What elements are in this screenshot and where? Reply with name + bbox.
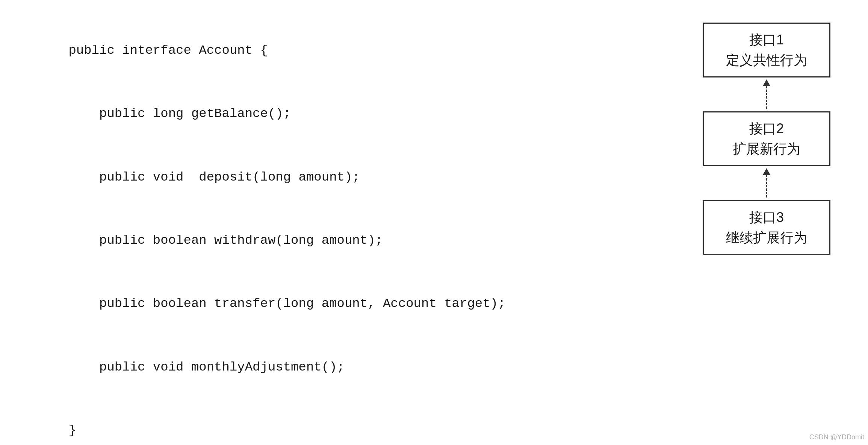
code-line-4: public boolean withdraw(long amount);	[68, 233, 383, 248]
main-container: public interface Account { public long g…	[23, 15, 845, 445]
code-section: public interface Account { public long g…	[23, 15, 658, 445]
diagram-box-1: 接口1 定义共性行为	[703, 23, 830, 77]
code-line-2: public long getBalance();	[68, 106, 291, 121]
diagram-box-1-line2: 定义共性行为	[726, 50, 807, 70]
diagram-section: 接口1 定义共性行为 接口2 扩展新行为 接口3 继续扩展行为	[688, 15, 845, 445]
diagram-box-3: 接口3 继续扩展行为	[703, 200, 830, 255]
code-line-7: }	[68, 423, 76, 437]
code-line-1: public interface Account {	[68, 43, 268, 58]
code-line-5: public boolean transfer(long amount, Acc…	[68, 296, 505, 311]
dashed-line-2	[766, 175, 767, 197]
code-line-3: public void deposit(long amount);	[68, 170, 360, 184]
arrowhead-1	[763, 79, 770, 86]
watermark: CSDN @YDDomit	[809, 433, 864, 441]
diagram-box-3-line2: 继续扩展行为	[726, 228, 807, 248]
arrow-2-3	[763, 166, 770, 200]
diagram-box-2-line1: 接口2	[749, 118, 784, 139]
diagram-box-1-line1: 接口1	[749, 30, 784, 50]
arrow-1-2	[763, 77, 770, 111]
arrowhead-2	[763, 168, 770, 175]
dashed-line-1	[766, 86, 767, 109]
diagram-box-3-line1: 接口3	[749, 207, 784, 228]
diagram-box-2-line2: 扩展新行为	[733, 139, 800, 159]
code-block: public interface Account { public long g…	[23, 19, 658, 445]
diagram-box-2: 接口2 扩展新行为	[703, 111, 830, 166]
code-line-6: public void monthlyAdjustment();	[68, 360, 345, 374]
